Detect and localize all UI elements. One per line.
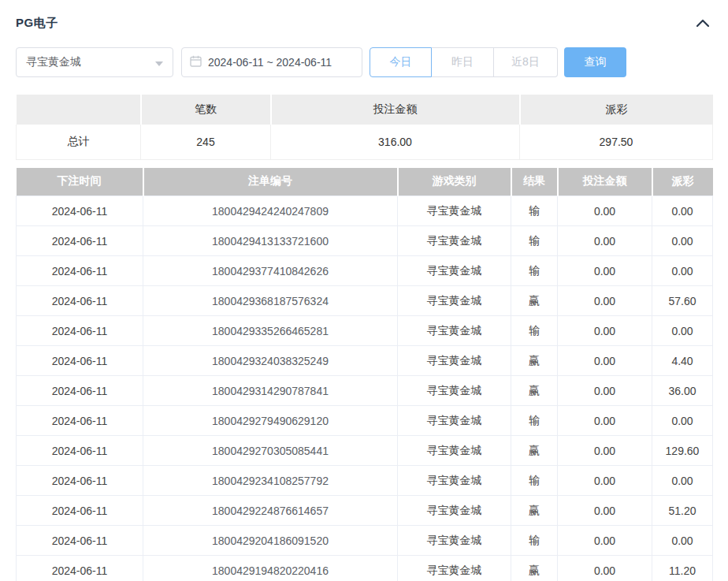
table-cell: 0.00	[652, 466, 713, 496]
calendar-icon	[190, 55, 202, 70]
table-cell: 输	[511, 256, 558, 286]
date-range-input[interactable]: 2024-06-11 ~ 2024-06-11	[181, 47, 362, 77]
bet-table: 下注时间 注单编号 游戏类别 结果 投注金额 派彩 2024-06-111800…	[16, 168, 713, 581]
col-header-bet-amount: 投注金额	[558, 168, 652, 196]
table-cell: 0.00	[652, 196, 713, 226]
table-cell: 寻宝黄金城	[398, 436, 511, 466]
table-cell: 2024-06-11	[17, 346, 143, 376]
table-cell: 0.00	[558, 496, 652, 526]
table-cell: 2024-06-11	[17, 226, 143, 256]
col-header-payout: 派彩	[652, 168, 713, 196]
table-cell: 1800429335266465281	[143, 316, 398, 346]
col-header-bet-time: 下注时间	[17, 168, 143, 196]
table-cell: 输	[511, 196, 558, 226]
table-cell: 0.00	[558, 406, 652, 436]
table-cell: 赢	[511, 346, 558, 376]
table-cell: 0.00	[652, 316, 713, 346]
query-button[interactable]: 查询	[564, 47, 626, 77]
table-cell: 输	[511, 406, 558, 436]
tab-yesterday[interactable]: 昨日	[432, 47, 494, 77]
table-cell: 寻宝黄金城	[398, 376, 511, 406]
table-cell: 寻宝黄金城	[398, 196, 511, 226]
page-title: PG电子	[16, 16, 58, 31]
table-cell: 11.20	[652, 556, 713, 581]
table-cell: 寻宝黄金城	[398, 226, 511, 256]
table-cell: 2024-06-11	[17, 466, 143, 496]
table-cell: 0.00	[558, 256, 652, 286]
summary-total-count: 245	[141, 125, 271, 159]
table-cell: 2024-06-11	[17, 376, 143, 406]
table-cell: 寻宝黄金城	[398, 496, 511, 526]
table-row: 2024-06-111800429270305085441寻宝黄金城赢0.001…	[17, 436, 713, 466]
table-cell: 输	[511, 526, 558, 556]
table-cell: 2024-06-11	[17, 406, 143, 436]
summary-total-bet-amount: 316.00	[271, 125, 520, 159]
summary-header-bet-amount: 投注金额	[271, 95, 520, 125]
date-range-value: 2024-06-11 ~ 2024-06-11	[208, 56, 332, 69]
table-cell: 129.60	[652, 436, 713, 466]
table-cell: 0.00	[558, 526, 652, 556]
table-row: 2024-06-111800429324038325249寻宝黄金城赢0.004…	[17, 346, 713, 376]
table-cell: 0.00	[558, 346, 652, 376]
summary-header-payout: 派彩	[520, 95, 713, 125]
col-header-result: 结果	[511, 168, 558, 196]
summary-header-blank	[17, 95, 141, 125]
table-cell: 36.00	[652, 376, 713, 406]
table-cell: 1800429424240247809	[143, 196, 398, 226]
table-cell: 赢	[511, 556, 558, 581]
bet-table-header-row: 下注时间 注单编号 游戏类别 结果 投注金额 派彩	[17, 168, 713, 196]
table-row: 2024-06-111800429377410842626寻宝黄金城输0.000…	[17, 256, 713, 286]
table-cell: 2024-06-11	[17, 286, 143, 316]
table-cell: 赢	[511, 496, 558, 526]
game-select-value: 寻宝黄金城	[26, 55, 81, 69]
table-row: 2024-06-111800429224876614657寻宝黄金城赢0.005…	[17, 496, 713, 526]
table-cell: 0.00	[558, 466, 652, 496]
table-row: 2024-06-111800429204186091520寻宝黄金城输0.000…	[17, 526, 713, 556]
table-cell: 寻宝黄金城	[398, 526, 511, 556]
table-cell: 1800429324038325249	[143, 346, 398, 376]
tab-today[interactable]: 今日	[370, 47, 432, 77]
game-select[interactable]: 寻宝黄金城	[16, 47, 173, 77]
table-row: 2024-06-111800429335266465281寻宝黄金城输0.000…	[17, 316, 713, 346]
table-cell: 赢	[511, 286, 558, 316]
summary-table: 笔数 投注金额 派彩 总计 245 316.00 297.50	[16, 95, 713, 160]
table-cell: 寻宝黄金城	[398, 256, 511, 286]
table-cell: 0.00	[558, 316, 652, 346]
collapse-button[interactable]	[693, 15, 712, 31]
chevron-down-icon	[155, 55, 163, 69]
quick-date-group: 今日 昨日 近8日	[370, 47, 558, 77]
table-cell: 0.00	[652, 226, 713, 256]
table-cell: 1800429279490629120	[143, 406, 398, 436]
table-cell: 0.00	[558, 436, 652, 466]
table-cell: 1800429413133721600	[143, 226, 398, 256]
table-cell: 1800429204186091520	[143, 526, 398, 556]
table-cell: 输	[511, 316, 558, 346]
summary-header-count: 笔数	[141, 95, 271, 125]
summary-total-label: 总计	[17, 125, 141, 159]
pg-panel: PG电子 寻宝黄金城 2024-06-11 ~ 2024-06-11 今日 昨日…	[0, 15, 728, 581]
table-row: 2024-06-111800429234108257792寻宝黄金城输0.000…	[17, 466, 713, 496]
table-cell: 0.00	[652, 526, 713, 556]
chevron-up-icon	[696, 17, 709, 29]
table-cell: 2024-06-11	[17, 556, 143, 581]
table-row: 2024-06-111800429368187576324寻宝黄金城赢0.005…	[17, 286, 713, 316]
table-cell: 输	[511, 226, 558, 256]
table-cell: 0.00	[558, 226, 652, 256]
table-cell: 51.20	[652, 496, 713, 526]
tab-last-8-days[interactable]: 近8日	[494, 47, 558, 77]
table-cell: 0.00	[652, 406, 713, 436]
col-header-game-type: 游戏类别	[398, 168, 511, 196]
table-cell: 2024-06-11	[17, 496, 143, 526]
summary-total-payout: 297.50	[520, 125, 713, 159]
bet-table-body: 2024-06-111800429424240247809寻宝黄金城输0.000…	[17, 196, 713, 581]
table-cell: 0.00	[558, 286, 652, 316]
table-row: 2024-06-111800429279490629120寻宝黄金城输0.000…	[17, 406, 713, 436]
summary-header-row: 笔数 投注金额 派彩	[17, 95, 713, 125]
table-row: 2024-06-111800429424240247809寻宝黄金城输0.000…	[17, 196, 713, 226]
table-cell: 57.60	[652, 286, 713, 316]
table-cell: 寻宝黄金城	[398, 556, 511, 581]
table-cell: 寻宝黄金城	[398, 466, 511, 496]
table-cell: 0.00	[652, 256, 713, 286]
table-cell: 寻宝黄金城	[398, 286, 511, 316]
table-cell: 2024-06-11	[17, 256, 143, 286]
